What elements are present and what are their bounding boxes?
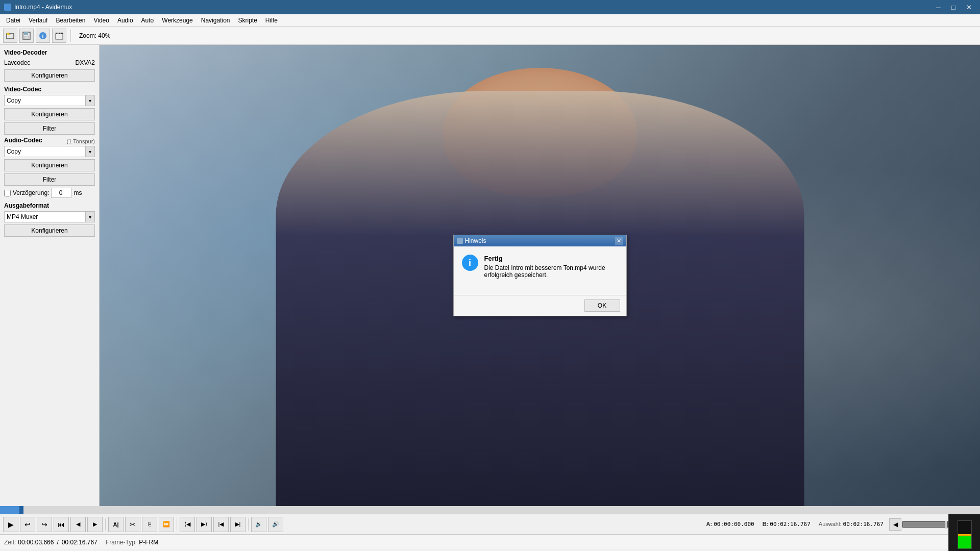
dialog-heading: Fertig [484, 255, 618, 262]
dialog-close-button[interactable]: ✕ [615, 237, 623, 245]
filter-audio-button[interactable]: Filter [4, 173, 95, 186]
dialog-body: i Fertig Die Datei Intro mit besserem To… [454, 246, 626, 295]
vu-bar-fill-green [958, 536, 971, 548]
main-container: Video-Decoder Lavcodec DXVA2 Konfigurier… [0, 45, 980, 506]
loop-button[interactable]: ↩ [20, 517, 35, 532]
copy-button[interactable]: ⎘ [142, 517, 157, 532]
vu-meter-container [948, 514, 980, 551]
toolbar: i Zoom: 40% [0, 27, 980, 45]
konfigurieren-ausgabe-button[interactable]: Konfigurieren [4, 224, 95, 237]
time-label: Zeit: [4, 539, 16, 546]
vu-bar-bg [958, 520, 972, 549]
menu-audio[interactable]: Audio [113, 14, 137, 26]
toolbar-separator [70, 30, 71, 42]
save-button[interactable] [19, 29, 34, 43]
frame-type-status: Frame-Typ: P-FRM [106, 539, 158, 546]
audio-codec-dropdown-arrow[interactable]: ▾ [86, 146, 95, 157]
menu-datei[interactable]: Datei [2, 14, 24, 26]
minimize-button[interactable]: ─ [931, 1, 945, 13]
video-codec-dropdown-arrow[interactable]: ▾ [86, 95, 95, 106]
a-time: 00:00:00.000 [714, 521, 754, 528]
dialog-icon-small [457, 238, 463, 244]
menu-hilfe[interactable]: Hilfe [261, 14, 282, 26]
volume-fill [903, 522, 945, 527]
cut-button[interactable]: ✂ [125, 517, 140, 532]
video-codec-select[interactable]: Copy [4, 95, 86, 106]
mark-a-button[interactable]: A| [108, 517, 124, 532]
konfigurieren-audio-button[interactable]: Konfigurieren [4, 159, 95, 171]
duration-separator: / [57, 539, 58, 546]
dialog-title: Hinweis [465, 237, 486, 244]
menu-verlauf[interactable]: Verlauf [24, 14, 52, 26]
volume-down-button[interactable]: 🔉 [251, 517, 266, 532]
play-button[interactable]: ▶ [3, 517, 18, 532]
zoom-label: Zoom: 40% [79, 32, 110, 39]
progress-marker[interactable] [19, 506, 23, 514]
frame-value: P-FRM [139, 539, 158, 546]
b-time: 00:02:16.767 [770, 521, 810, 528]
ausgabe-select[interactable]: MP4 Muxer [4, 211, 86, 222]
status-bar: Zeit: 00:00:03.666 / 00:02:16.767 Frame-… [0, 535, 980, 549]
volume-up-button[interactable]: 🔊 [268, 517, 283, 532]
paste-fwd-button[interactable]: ⏩ [159, 517, 174, 532]
left-panel: Video-Decoder Lavcodec DXVA2 Konfigurier… [0, 45, 100, 506]
ab-markers-area: A: 00:00:00.000 B: 00:02:16.767 Auswahl:… [706, 521, 888, 528]
dialog-ok-button[interactable]: OK [584, 299, 620, 312]
dialog-titlebar: Hinweis ✕ [454, 235, 626, 246]
next-frame-button[interactable]: ▶ [87, 517, 103, 532]
timeline-progress[interactable] [0, 506, 980, 514]
menu-video[interactable]: Video [89, 14, 113, 26]
menu-werkzeuge[interactable]: Werkzeuge [158, 14, 197, 26]
menu-auto[interactable]: Auto [137, 14, 158, 26]
maximize-button[interactable]: □ [946, 1, 961, 13]
audio-section-header: Audio-Codec (1 Tonspur) [4, 137, 95, 146]
titlebar: Intro.mp4 - Avidemux ─ □ ✕ [0, 0, 980, 14]
open-button[interactable] [3, 29, 17, 43]
close-button[interactable]: ✕ [962, 1, 976, 13]
tonspur-label: (1 Tonspur) [67, 138, 95, 144]
vol-scroll-left[interactable]: ◀ [889, 518, 901, 531]
delay-checkbox[interactable] [4, 190, 11, 196]
ausgabe-dropdown-arrow[interactable]: ▾ [86, 211, 95, 222]
konfigurieren-decoder-button[interactable]: Konfigurieren [4, 69, 95, 82]
codec-row: Lavcodec DXVA2 [4, 58, 95, 67]
transport-sep-2 [177, 518, 177, 531]
vu-bar-peak-yellow [958, 534, 971, 536]
app-icon [4, 4, 11, 11]
loop-fwd-button[interactable]: ↪ [37, 517, 52, 532]
svg-rect-8 [56, 33, 63, 34]
goto-a-button[interactable]: |◀ [213, 517, 229, 532]
dialog-content-row: i Fertig Die Datei Intro mit besserem To… [462, 255, 618, 279]
ausgabe-dropdown-container: MP4 Muxer ▾ [4, 211, 95, 222]
window-title: Intro.mp4 - Avidemux [14, 4, 72, 11]
transport-row: ▶ ↩ ↪ ⏮ ◀ ▶ A| ✂ ⎘ ⏩ ⟨◀ ▶⟩ |◀ ▶| 🔉 🔊 A: … [0, 514, 980, 535]
transport-sep-1 [105, 518, 106, 531]
skip-start-button[interactable]: ⏮ [54, 517, 69, 532]
dialog-message: Die Datei Intro mit besserem Ton.mp4 wur… [484, 264, 618, 279]
filter-video-button[interactable]: Filter [4, 122, 95, 135]
dialog-footer: OK [454, 295, 626, 316]
svg-rect-3 [24, 32, 28, 35]
prev-frame-button[interactable]: ◀ [70, 517, 86, 532]
delay-label: Verzögerung: [13, 189, 49, 196]
menu-skripte[interactable]: Skripte [234, 14, 261, 26]
prev-key-button[interactable]: ⟨◀ [180, 517, 195, 532]
video-decoder-title: Video-Decoder [4, 49, 95, 56]
clapboard-button[interactable] [52, 29, 66, 43]
menu-navigation[interactable]: Navigation [197, 14, 234, 26]
audio-codec-dropdown-container: Copy ▾ [4, 146, 95, 157]
konfigurieren-video-button[interactable]: Konfigurieren [4, 108, 95, 120]
auswahl-row: Auswahl: 00:02:16.767 [819, 521, 884, 528]
delay-input[interactable] [51, 188, 71, 198]
svg-rect-4 [24, 36, 29, 39]
audio-codec-select[interactable]: Copy [4, 146, 86, 157]
dialog-info-icon: i [462, 255, 478, 271]
ausgabe-title: Ausgabeformat [4, 202, 95, 209]
auswahl-value: 00:02:16.767 [843, 521, 884, 528]
goto-b-button[interactable]: ▶| [230, 517, 246, 532]
a-label: A: [706, 521, 713, 527]
menu-bearbeiten[interactable]: Bearbeiten [52, 14, 89, 26]
info-button[interactable]: i [36, 29, 50, 43]
video-codec-title: Video-Codec [4, 86, 95, 93]
next-key-button[interactable]: ▶⟩ [197, 517, 212, 532]
